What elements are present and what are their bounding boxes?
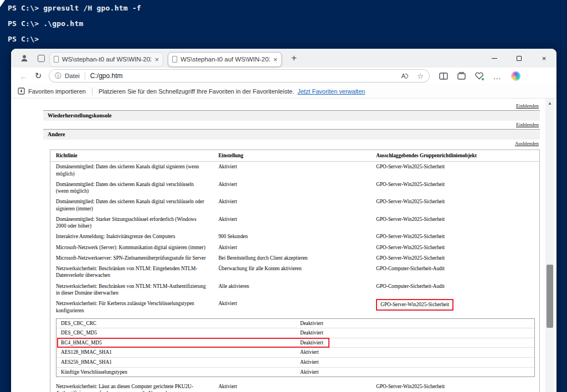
policy-gpo: GPO-Server-Win2025-Sicherheit [376, 163, 534, 177]
page-info-icon[interactable]: ⓘ [55, 71, 61, 81]
policy-name: Netzwerksicherheit: Lässt an diesen Comp… [56, 383, 218, 392]
browser-tab-1[interactable]: WS\stephan-t0 auf WS\WIN-2025 × [49, 52, 163, 67]
subtable-row: Künftige Verschlüsselungstypen Aktiviert [56, 368, 534, 377]
enc-type-value: Aktiviert [300, 359, 530, 366]
section-toggle-link[interactable]: Einblenden [516, 103, 539, 109]
enc-type-name: DES_CBC_CRC [61, 320, 300, 327]
refresh-icon[interactable]: ↻ [31, 71, 45, 81]
tab-strip: WS\stephan-t0 auf WS\WIN-2025 × WS\steph… [11, 49, 556, 68]
section-header-recovery-console: Wiederherstellungskonsole [43, 110, 540, 121]
policy-setting: Alle aktivieren [218, 283, 376, 297]
policy-row: Interaktive Anmeldung: Inaktivitätsgrenz… [50, 231, 539, 242]
maximize-icon [517, 56, 522, 61]
new-tab-button[interactable]: + [287, 53, 301, 64]
read-aloud-icon[interactable]: A [401, 73, 409, 79]
browser-window: WS\stephan-t0 auf WS\WIN-2025 × WS\steph… [11, 49, 556, 392]
policy-name: Domänenmitglied: Starker Sitzungsschlüss… [56, 216, 218, 230]
manage-favorites-link[interactable]: Jetzt Favoriten verwalten [297, 88, 365, 95]
terminal-line: PS C:\> gpresult /H gpo.htm -f [8, 4, 141, 12]
policy-gpo: GPO-Computer-Sicherheit-Audit [376, 265, 534, 279]
enc-type-name: RC4_HMAC_MD5 [61, 339, 300, 347]
table-header-row: Richtlinie Einstellung Ausschlaggebendes… [50, 150, 539, 162]
policy-gpo: GPO-Server-Win2025-Sicherheit [376, 255, 534, 261]
enc-type-value: Deaktiviert [300, 339, 530, 347]
favorites-bar-icon[interactable] [457, 72, 466, 80]
policy-row: Netzwerksicherheit: Beschränken von NTLM… [50, 281, 539, 299]
minimize-button[interactable] [482, 49, 507, 68]
policy-table: Richtlinie Einstellung Ausschlaggebendes… [50, 149, 540, 392]
enc-type-name: AES256_HMAC_SHA1 [61, 359, 300, 366]
address-toolbar: ← ↻ ⓘ Datei C:/gpo.htm A ☆ [11, 68, 556, 84]
browser-tab-2-active[interactable]: WS\stephan-t0 auf WS\WIN-2025 × [168, 52, 282, 67]
browser-essentials-icon[interactable] [475, 72, 483, 80]
policy-setting: Aktiviert [218, 198, 376, 212]
powershell-terminal[interactable]: PS C:\> gpresult /H gpo.htm -f PS C:\> .… [0, 0, 567, 49]
section-toggle-link[interactable]: Ausblenden [515, 141, 539, 146]
back-icon[interactable]: ← [17, 71, 31, 81]
tab-close-icon[interactable]: × [273, 56, 277, 63]
policy-setting: Aktiviert [218, 300, 376, 314]
favbar-divider [92, 87, 92, 95]
profile-button[interactable] [18, 51, 31, 65]
encryption-types-subtable: DES_CBC_CRC Deaktiviert DES_CBC_MD5 Deak… [56, 318, 535, 377]
enc-type-value: Aktiviert [300, 369, 530, 376]
policy-name: Domänenmitglied: Daten des sicheren Kana… [56, 198, 218, 212]
policy-setting: Bei Bereitstellung durch Client akzeptie… [218, 255, 376, 261]
column-header-gpo: Ausschlaggebendes Gruppenrichtlinienobje… [376, 152, 534, 159]
policy-gpo: GPO-Server-Win2025-Sicherheit [376, 233, 534, 240]
split-screen-icon[interactable] [439, 73, 448, 80]
policy-setting: 900 Sekunden [218, 233, 376, 240]
tab-title: WS\stephan-t0 auf WS\WIN-2025 [181, 56, 270, 63]
policy-row: Domänenmitglied: Starker Sitzungsschlüss… [50, 214, 539, 232]
policy-gpo: GPO-Server-Win2025-Sicherheit [376, 244, 534, 251]
terminal-corner-glyph [0, 0, 5, 7]
favorites-hint-text: Platzieren Sie für den Schnellzugriff Ih… [99, 88, 294, 95]
section-header-other: Andere [43, 129, 540, 140]
policy-name: Netzwerksicherheit: Beschränken von NTLM… [56, 265, 218, 279]
copilot-icon[interactable] [511, 71, 520, 81]
gpo-report: Einblenden Wiederherstellungskonsole Ein… [43, 99, 540, 392]
import-favorites-button[interactable]: Favoriten importieren [18, 87, 86, 95]
terminal-prompt: PS C:\> [8, 35, 39, 43]
policy-gpo: GPO-Computer-Sicherheit-Audit [376, 283, 534, 297]
enc-type-name: DES_CBC_MD5 [61, 329, 300, 337]
scroll-up-icon[interactable]: ▲ [545, 99, 554, 106]
enc-type-value: Aktiviert [300, 349, 530, 356]
policy-name: Microsoft-Netzwerkserver: SPN-Zielnamenü… [56, 255, 218, 261]
policy-name: Domänenmitglied: Daten des sicheren Kana… [56, 163, 218, 177]
policy-setting: Überwachung für alle Konten aktivieren [218, 265, 376, 279]
address-bar[interactable]: ⓘ Datei C:/gpo.htm A ☆ [49, 69, 430, 82]
policy-setting: Aktiviert [218, 216, 376, 230]
policy-row: Microsoft-Netzwerk (Server): Kommunikati… [50, 243, 539, 253]
import-icon [18, 87, 25, 95]
tab-close-icon[interactable]: × [154, 56, 159, 63]
section-toggle-link[interactable]: Einblenden [516, 122, 539, 127]
tab-actions-icon[interactable] [38, 55, 45, 62]
minimize-icon [492, 58, 497, 59]
scrollbar-thumb[interactable] [547, 265, 553, 328]
vertical-scrollbar[interactable]: ▲ [545, 99, 554, 392]
policy-name: Interaktive Anmeldung: Inaktivitätsgrenz… [56, 233, 218, 240]
column-header-setting: Einstellung [218, 152, 376, 159]
terminal-line: PS C:\> .\gpo.htm [8, 19, 83, 28]
favorite-star-icon[interactable]: ☆ [417, 72, 424, 80]
more-menu-icon[interactable]: … [493, 71, 502, 81]
tab-title: WS\stephan-t0 auf WS\WIN-2025 [62, 56, 151, 63]
person-icon [20, 54, 29, 63]
policy-row-kerberos: Netzwerksicherheit: Für Kerberos zulässi… [50, 298, 539, 316]
close-button[interactable]: × [532, 49, 556, 68]
policy-name: Netzwerksicherheit: Beschränken von NTLM… [56, 283, 218, 297]
policy-setting: Aktiviert [218, 181, 376, 195]
page-icon [172, 56, 177, 63]
subtable-row-highlighted: RC4_HMAC_MD5 Deaktiviert [56, 338, 534, 348]
policy-name: Microsoft-Netzwerk (Server): Kommunikati… [56, 244, 218, 251]
column-header-policy: Richtlinie [56, 152, 218, 159]
maximize-button[interactable] [507, 49, 532, 68]
address-divider [85, 72, 85, 80]
status-dot [481, 78, 484, 81]
policy-gpo: GPO-Server-Win2025-Sicherheit [376, 383, 534, 392]
policy-gpo: GPO-Server-Win2025-Sicherheit [376, 181, 534, 195]
scheme-label: Datei [65, 73, 80, 79]
enc-type-name: AES128_HMAC_SHA1 [61, 349, 300, 356]
policy-name: Domänenmitglied: Daten des sicheren Kana… [56, 181, 218, 195]
